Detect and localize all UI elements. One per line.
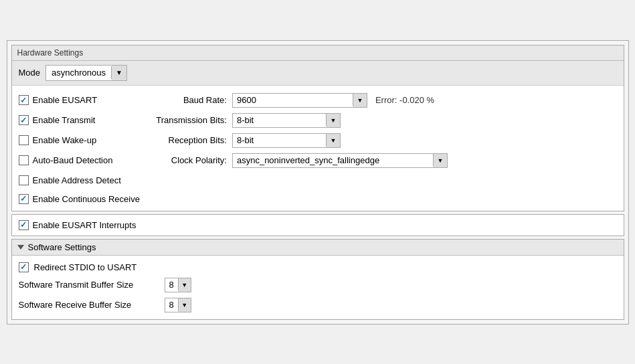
enable-eusart-row: Enable EUSART (19, 92, 140, 108)
software-content: Redirect STDIO to USART Software Transmi… (12, 256, 624, 319)
software-settings-title: Software Settings (28, 242, 96, 252)
reception-bits-arrow[interactable]: ▼ (327, 134, 340, 147)
software-settings-header[interactable]: Software Settings (12, 240, 624, 256)
baud-rate-arrow[interactable]: ▼ (353, 94, 367, 107)
redirect-stdio-label: Redirect STDIO to USART (34, 262, 137, 272)
interrupts-row: Enable EUSART Interrupts (12, 215, 624, 236)
receive-buffer-dropdown[interactable]: 8 ▼ (165, 298, 191, 312)
enable-eusart-label: Enable EUSART (33, 95, 98, 105)
auto-baud-label: Auto-Baud Detection (33, 155, 113, 165)
baud-rate-value: 9600 (233, 94, 353, 106)
continuous-receive-checkbox[interactable] (19, 194, 29, 204)
transmission-bits-value: 8-bit (233, 114, 327, 126)
reception-bits-row: Reception Bits: 8-bit ▼ (147, 132, 617, 149)
baud-rate-label: Baud Rate: (147, 95, 227, 105)
auto-baud-checkbox[interactable] (19, 155, 29, 165)
interrupts-checkbox[interactable] (19, 220, 29, 230)
redirect-stdio-row: Redirect STDIO to USART (19, 262, 617, 272)
right-column: Baud Rate: 9600 ▼ Error: -0.020 % Transm… (147, 92, 617, 204)
enable-transmit-label: Enable Transmit (33, 115, 96, 125)
clock-polarity-dropdown[interactable]: async_noninverted_sync_fallingedge ▼ (232, 153, 448, 168)
continuous-receive-label: Enable Continuous Receive (33, 194, 140, 204)
transmit-buffer-dropdown[interactable]: 8 ▼ (165, 278, 191, 292)
reception-bits-value: 8-bit (233, 134, 327, 147)
baud-rate-error: Error: -0.020 % (375, 95, 434, 105)
hardware-settings-panel: Hardware Settings Mode asynchronous ▼ En… (11, 45, 624, 211)
receive-buffer-label: Software Receive Buffer Size (19, 300, 159, 310)
interrupts-label: Enable EUSART Interrupts (33, 220, 137, 230)
enable-eusart-checkbox[interactable] (19, 95, 29, 105)
left-column: Enable EUSART Enable Transmit Enable Wak… (19, 92, 140, 204)
collapse-icon (17, 245, 24, 250)
reception-bits-dropdown[interactable]: 8-bit ▼ (232, 133, 341, 148)
software-settings-panel: Software Settings Redirect STDIO to USAR… (11, 239, 624, 320)
transmission-bits-label: Transmission Bits: (147, 115, 227, 125)
hardware-content: Enable EUSART Enable Transmit Enable Wak… (12, 86, 624, 211)
baud-rate-dropdown[interactable]: 9600 ▼ (232, 93, 367, 108)
hardware-settings-title: Hardware Settings (17, 48, 84, 58)
mode-bar: Mode asynchronous ▼ (12, 61, 624, 86)
main-container: Hardware Settings Mode asynchronous ▼ En… (7, 40, 629, 325)
baud-rate-row: Baud Rate: 9600 ▼ Error: -0.020 % (147, 92, 617, 108)
clock-polarity-value: async_noninverted_sync_fallingedge (233, 154, 434, 167)
reception-bits-label: Reception Bits: (147, 135, 227, 145)
enable-wakeup-row: Enable Wake-up (19, 132, 140, 149)
transmit-buffer-label: Software Transmit Buffer Size (19, 280, 159, 290)
clock-polarity-label: Clock Polarity: (147, 155, 227, 165)
enable-address-checkbox[interactable] (19, 175, 29, 185)
enable-address-row: Enable Address Detect (19, 173, 140, 189)
clock-polarity-row: Clock Polarity: async_noninverted_sync_f… (147, 153, 617, 169)
enable-wakeup-checkbox[interactable] (19, 135, 29, 145)
receive-buffer-value: 8 (165, 298, 179, 311)
enable-transmit-row: Enable Transmit (19, 112, 140, 128)
enable-address-label: Enable Address Detect (33, 175, 121, 185)
mode-dropdown-arrow[interactable]: ▼ (112, 66, 126, 80)
clock-polarity-arrow[interactable]: ▼ (434, 154, 447, 167)
mode-label: Mode (19, 68, 41, 78)
receive-buffer-row: Software Receive Buffer Size 8 ▼ (19, 298, 617, 312)
enable-wakeup-label: Enable Wake-up (33, 135, 97, 145)
transmission-bits-row: Transmission Bits: 8-bit ▼ (147, 112, 617, 128)
transmission-bits-arrow[interactable]: ▼ (327, 114, 340, 127)
mode-dropdown[interactable]: asynchronous ▼ (46, 65, 127, 81)
hardware-settings-header: Hardware Settings (12, 46, 624, 61)
interrupts-section: Enable EUSART Interrupts (11, 214, 624, 236)
redirect-stdio-checkbox[interactable] (19, 262, 29, 272)
transmission-bits-dropdown[interactable]: 8-bit ▼ (232, 113, 341, 128)
transmit-buffer-value: 8 (165, 278, 179, 291)
transmit-buffer-arrow[interactable]: ▼ (179, 278, 191, 292)
continuous-receive-row: Enable Continuous Receive (19, 194, 140, 204)
auto-baud-row: Auto-Baud Detection (19, 153, 140, 169)
transmit-buffer-row: Software Transmit Buffer Size 8 ▼ (19, 278, 617, 292)
receive-buffer-arrow[interactable]: ▼ (179, 298, 191, 312)
mode-value: asynchronous (46, 66, 112, 79)
enable-transmit-checkbox[interactable] (19, 115, 29, 125)
